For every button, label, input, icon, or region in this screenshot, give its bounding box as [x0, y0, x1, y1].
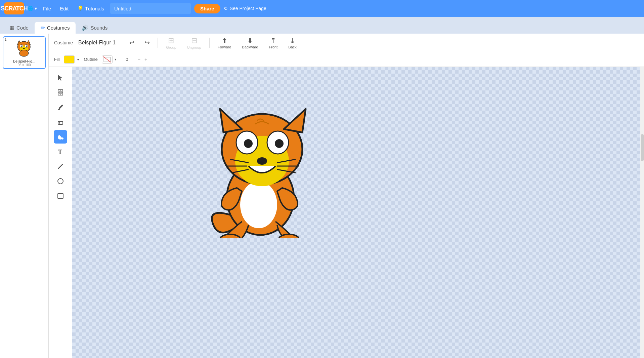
tools-panel: T: [49, 67, 72, 358]
redo-icon: ↪: [145, 39, 150, 46]
svg-point-9: [19, 50, 29, 56]
forward-button[interactable]: ⬆ Forward: [215, 36, 234, 50]
backward-label: Backward: [242, 45, 258, 49]
costume-name-label: Beispiel-Fig...: [5, 59, 44, 63]
svg-point-20: [58, 178, 63, 184]
tutorials-icon: 💡: [77, 5, 84, 11]
brush-icon: [57, 104, 64, 111]
outline-increase-button[interactable]: +: [144, 57, 147, 62]
redo-button[interactable]: ↪: [142, 38, 152, 48]
costume-item[interactable]: 1: [3, 36, 46, 69]
tab-sounds[interactable]: 🔊 Sounds: [76, 22, 114, 34]
eraser-icon: [57, 119, 64, 125]
see-project-label: See Project Page: [230, 6, 266, 11]
brush-tool[interactable]: [54, 101, 67, 114]
costume-panel: 1: [0, 34, 49, 358]
svg-line-19: [58, 164, 63, 169]
costume-name-display[interactable]: Beispiel-Figur 1: [78, 40, 116, 46]
code-tab-label: Code: [16, 25, 29, 31]
costume-number: 1: [5, 38, 7, 41]
scratch-logo[interactable]: SCRATCH: [4, 2, 24, 14]
main-area: 1: [0, 34, 644, 358]
eraser-tool[interactable]: [54, 115, 67, 129]
editor-area: Costume Beispiel-Figur 1 ↩ ↪ ⊞ Group ⊟ U…: [49, 34, 644, 358]
costumes-icon: ✏: [41, 25, 45, 31]
undo-button[interactable]: ↩: [127, 38, 137, 48]
sprite-canvas: [190, 94, 317, 238]
share-button[interactable]: Share: [194, 4, 220, 13]
tutorials-button[interactable]: 💡 Tutorials: [75, 4, 107, 13]
sounds-tab-label: Sounds: [90, 25, 108, 31]
sounds-icon: 🔊: [82, 25, 88, 31]
tools-canvas: T: [49, 67, 644, 358]
group-icon: ⊞: [168, 36, 174, 45]
svg-point-15: [58, 109, 60, 110]
canvas-area[interactable]: [72, 67, 640, 358]
fill-icon: [57, 133, 64, 140]
svg-rect-16: [58, 121, 63, 124]
costume-label: Costume: [54, 40, 73, 45]
toolbar-separator-1: [121, 38, 121, 48]
scrollbar-thumb[interactable]: [641, 134, 644, 161]
svg-point-33: [275, 139, 284, 148]
globe-icon: 🌐: [28, 6, 33, 11]
forward-label: Forward: [218, 45, 231, 49]
reshape-tool[interactable]: [54, 86, 67, 99]
backward-icon: ⬇: [247, 37, 253, 45]
topbar: SCRATCH 🌐 ▾ File Edit 💡 Tutorials Share …: [0, 0, 644, 17]
edit-menu[interactable]: Edit: [57, 4, 71, 13]
outline-decrease-button[interactable]: −: [138, 57, 140, 62]
project-title-input[interactable]: [110, 3, 191, 14]
back-button[interactable]: ⤓ Back: [286, 36, 299, 50]
circle-tool[interactable]: [54, 174, 67, 188]
group-button[interactable]: ⊞ Group: [163, 36, 179, 50]
text-tool[interactable]: T: [54, 145, 67, 158]
line-icon: [57, 163, 64, 170]
text-icon: T: [57, 148, 64, 155]
tabbar: ▦ Code ✏ Costumes 🔊 Sounds: [0, 17, 644, 34]
svg-marker-14: [58, 90, 63, 95]
editor-toolbar: Costume Beispiel-Figur 1 ↩ ↪ ⊞ Group ⊟ U…: [49, 34, 644, 52]
back-label: Back: [288, 45, 296, 49]
tab-costumes[interactable]: ✏ Costumes: [35, 22, 76, 34]
toolbar-separator-3: [209, 38, 210, 48]
svg-point-8: [23, 48, 25, 49]
rect-tool[interactable]: [54, 189, 67, 203]
svg-point-34: [257, 157, 267, 165]
right-scrollbar[interactable]: [640, 67, 644, 358]
tab-code[interactable]: ▦ Code: [3, 22, 35, 34]
outline-dropdown-arrow: ▾: [115, 57, 116, 61]
file-menu[interactable]: File: [40, 4, 54, 13]
costumes-tab-label: Costumes: [47, 25, 70, 31]
front-button[interactable]: ⤒ Front: [266, 36, 281, 50]
select-tool[interactable]: [54, 71, 67, 84]
svg-point-23: [240, 181, 277, 228]
line-tool[interactable]: [54, 160, 67, 173]
front-label: Front: [269, 45, 278, 49]
see-project-icon: ↻: [224, 6, 228, 11]
language-button[interactable]: 🌐 ▾: [28, 6, 37, 11]
front-icon: ⤒: [270, 37, 276, 45]
outline-color-swatch[interactable]: [102, 55, 113, 64]
svg-point-5: [21, 46, 22, 47]
back-icon: ⤓: [290, 37, 295, 45]
fill-color-swatch[interactable]: ▾: [64, 55, 75, 64]
fill-tool[interactable]: [54, 130, 67, 144]
svg-marker-12: [58, 75, 63, 81]
outline-number: 0: [120, 57, 134, 62]
ungroup-icon: ⊟: [191, 36, 197, 45]
select-icon: [57, 74, 64, 81]
svg-text:T: T: [58, 149, 62, 155]
language-chevron: ▾: [35, 6, 37, 11]
backward-button[interactable]: ⬇ Backward: [239, 36, 261, 50]
ungroup-label: Ungroup: [187, 45, 201, 49]
ungroup-button[interactable]: ⊟ Ungroup: [184, 36, 204, 50]
toolbar-separator-2: [158, 38, 158, 48]
see-project-button[interactable]: ↻ See Project Page: [224, 6, 266, 11]
svg-point-7: [26, 46, 27, 47]
forward-icon: ⬆: [222, 37, 227, 45]
group-label: Group: [166, 45, 176, 49]
rect-icon: [57, 193, 64, 199]
svg-point-31: [244, 139, 253, 148]
svg-rect-21: [58, 194, 63, 198]
